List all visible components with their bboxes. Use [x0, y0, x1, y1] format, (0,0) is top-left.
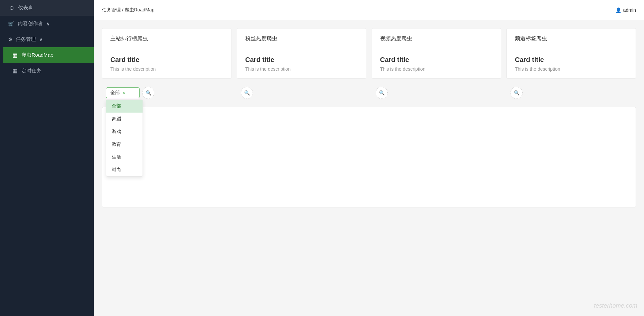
dropdown-item-all[interactable]: 全部 [106, 100, 143, 113]
chevron-up-icon: ∧ [39, 37, 43, 43]
search-button-4[interactable]: 🔍 [511, 87, 523, 99]
card-header: 主站排行榜爬虫 [102, 28, 231, 49]
sidebar-item-crawler-roadmap[interactable]: ▦ 爬虫RoadMap [3, 47, 94, 63]
card-card-4: 频道标签爬虫 Card title This is the descriptio… [506, 28, 636, 79]
search-button-1[interactable]: 🔍 [142, 87, 154, 99]
sidebar-item-label: 爬虫RoadMap [21, 52, 86, 58]
cards-row: 主站排行榜爬虫 Card title This is the descripti… [102, 28, 636, 79]
search-icon: 🔍 [379, 90, 385, 96]
dashboard-icon: ⊙ [8, 5, 15, 11]
breadcrumb-prefix: 任务管理 / [102, 7, 125, 12]
filter-cell-2: 🔍 [237, 84, 366, 102]
dropdown-item-fashion[interactable]: 时尚 [106, 164, 143, 176]
filter-select-wrapper: 全部 ∧ 全部舞蹈游戏教育生活时尚 [106, 87, 140, 98]
sidebar: ⊙ 仪表盘 🛒 内容创作者 ∨ ⚙ 任务管理 ∧ ▦ 爬虫RoadMap ▦ 定… [0, 0, 94, 316]
user-info: 👤 admin [615, 7, 636, 13]
card-header: 粉丝热度爬虫 [237, 28, 366, 49]
card-desc: This is the description [245, 66, 358, 72]
crawler-roadmap-icon: ▦ [11, 52, 18, 58]
task-management-icon: ⚙ [8, 37, 12, 43]
dropdown-item-life[interactable]: 生活 [106, 151, 143, 164]
sidebar-item-task-management[interactable]: ⚙ 任务管理 ∧ [0, 31, 94, 47]
card-card-3: 视频热度爬虫 Card title This is the descriptio… [372, 28, 501, 79]
sidebar-item-content-creator[interactable]: 🛒 内容创作者 ∨ [0, 16, 94, 31]
card-desc: This is the description [110, 66, 223, 72]
breadcrumb-current: 爬虫RoadMap [125, 7, 155, 12]
sidebar-item-scheduled-tasks[interactable]: ▦ 定时任务 [3, 63, 94, 79]
card-body: Card title This is the description [372, 49, 501, 78]
filter-select[interactable]: 全部 ∧ [106, 87, 140, 98]
filter-cell-1: 全部 ∧ 全部舞蹈游戏教育生活时尚 🔍 [102, 84, 231, 102]
filter-select-label: 全部 [110, 90, 120, 96]
main-content: 任务管理 / 爬虫RoadMap 👤 admin 主站排行榜爬虫 Card ti… [94, 0, 644, 316]
search-icon: 🔍 [244, 90, 250, 96]
card-card-1: 主站排行榜爬虫 Card title This is the descripti… [102, 28, 231, 79]
dropdown-item-education[interactable]: 教育 [106, 138, 143, 151]
sidebar-item-label: 仪表盘 [18, 5, 86, 11]
scheduled-tasks-icon: ▦ [11, 68, 18, 74]
chevron-down-icon: ∨ [46, 21, 50, 27]
card-title: Card title [380, 56, 493, 64]
search-button-3[interactable]: 🔍 [376, 87, 388, 99]
card-body: Card title This is the description [237, 49, 366, 78]
card-body: Card title This is the description [102, 49, 231, 78]
bottom-section: 运 [102, 107, 636, 207]
user-icon: 👤 [615, 7, 621, 13]
username: admin [623, 7, 636, 13]
search-icon: 🔍 [146, 90, 151, 96]
card-desc: This is the description [380, 66, 493, 72]
search-button-2[interactable]: 🔍 [241, 87, 253, 99]
filter-dropdown-menu: 全部舞蹈游戏教育生活时尚 [106, 100, 143, 177]
filter-cell-4: 🔍 [506, 84, 636, 102]
filter-row: 全部 ∧ 全部舞蹈游戏教育生活时尚 🔍 🔍 🔍 [102, 84, 636, 102]
filter-cell-3: 🔍 [372, 84, 501, 102]
card-title: Card title [515, 56, 628, 64]
card-header: 视频热度爬虫 [372, 28, 501, 49]
sidebar-item-dashboard[interactable]: ⊙ 仪表盘 [0, 0, 94, 16]
search-icon: 🔍 [514, 90, 520, 96]
card-body: Card title This is the description [507, 49, 636, 78]
card-card-2: 粉丝热度爬虫 Card title This is the descriptio… [237, 28, 366, 79]
card-header: 频道标签爬虫 [507, 28, 636, 49]
card-title: Card title [110, 56, 223, 64]
breadcrumb: 任务管理 / 爬虫RoadMap [102, 7, 154, 13]
sidebar-item-label: 定时任务 [21, 68, 86, 74]
content-creator-icon: 🛒 [8, 21, 14, 27]
sidebar-item-label: 任务管理 [16, 36, 36, 43]
header: 任务管理 / 爬虫RoadMap 👤 admin [94, 0, 644, 20]
card-title: Card title [245, 56, 358, 64]
dropdown-item-dance[interactable]: 舞蹈 [106, 113, 143, 125]
chevron-up-icon: ∧ [122, 90, 125, 95]
content-area: 主站排行榜爬虫 Card title This is the descripti… [94, 20, 644, 316]
dropdown-item-game[interactable]: 游戏 [106, 125, 143, 138]
card-desc: This is the description [515, 66, 628, 72]
sidebar-item-label: 内容创作者 [18, 20, 43, 27]
